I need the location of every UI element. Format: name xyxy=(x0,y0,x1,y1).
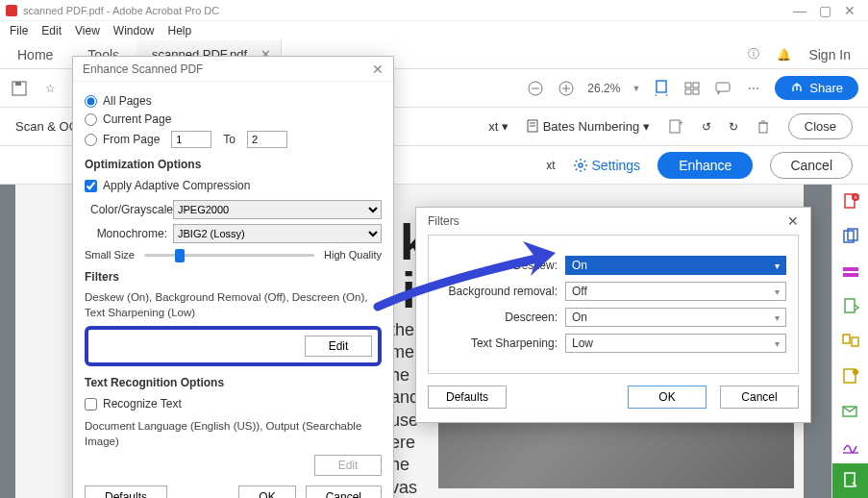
radio-current-page[interactable]: Current Page xyxy=(85,112,382,126)
window-title: scanned PDF.pdf - Adobe Acrobat Pro DC xyxy=(23,5,787,16)
page-display-icon[interactable] xyxy=(682,79,702,98)
svg-rect-12 xyxy=(716,83,730,91)
color-grayscale-select[interactable]: JPEG2000 xyxy=(173,200,382,219)
adaptive-compression-checkbox[interactable]: Apply Adaptive Compression xyxy=(85,179,382,192)
rotate-cw-icon[interactable]: ↻ xyxy=(729,120,738,134)
svg-rect-29 xyxy=(845,299,855,312)
rotate-ccw-icon[interactable]: ↺ xyxy=(702,120,711,134)
trash-icon[interactable] xyxy=(756,119,771,135)
to-page-input[interactable] xyxy=(247,131,287,148)
send-review-icon[interactable] xyxy=(832,393,868,428)
truncated-text-2[interactable]: xt xyxy=(546,159,555,172)
edit-filters-button[interactable]: Edit xyxy=(305,336,372,357)
edit-pdf-icon[interactable] xyxy=(832,254,868,288)
truncated-text-1[interactable]: xt ▾ xyxy=(488,119,508,134)
recognize-text-checkbox[interactable]: Recognize Text xyxy=(85,397,382,411)
filters-summary: Deskew (On), Background Removal (Off), D… xyxy=(85,289,382,320)
enhance-dialog-close-icon[interactable]: ✕ xyxy=(372,62,384,77)
svg-rect-18 xyxy=(759,123,767,133)
menu-edit[interactable]: Edit xyxy=(41,24,62,37)
minimize-button[interactable]: — xyxy=(787,3,812,18)
menu-view[interactable]: View xyxy=(75,24,100,37)
menu-window[interactable]: Window xyxy=(113,24,155,37)
from-page-input[interactable] xyxy=(171,131,211,148)
tab-home[interactable]: Home xyxy=(0,40,70,68)
settings-link[interactable]: Settings xyxy=(573,158,641,173)
enhance-cancel-button[interactable]: Cancel xyxy=(306,486,382,498)
right-tools-sidebar: + xyxy=(831,185,868,498)
svg-rect-28 xyxy=(843,273,858,277)
text-recognition-label: Text Recognition Options xyxy=(85,376,382,389)
edit-textrec-button[interactable]: Edit xyxy=(314,455,382,476)
menubar: File Edit View Window Help xyxy=(0,21,868,40)
dialog-enhance-scanned-pdf: Enhance Scanned PDF ✕ All Pages Current … xyxy=(72,56,394,498)
comment-tool-icon[interactable] xyxy=(832,359,868,393)
star-icon[interactable]: ☆ xyxy=(40,79,60,98)
combine-files-icon[interactable] xyxy=(832,219,868,254)
filters-label: Filters xyxy=(85,270,382,284)
text-sharpening-select[interactable]: Low▾ xyxy=(565,334,786,353)
menu-help[interactable]: Help xyxy=(168,24,192,37)
svg-text:+: + xyxy=(679,118,683,128)
deskew-label: Deskew: xyxy=(440,259,565,272)
descreen-select[interactable]: On▾ xyxy=(565,308,786,327)
dialog-filters: Filters ✕ Deskew: On▾ Background removal… xyxy=(415,207,811,423)
svg-rect-31 xyxy=(852,337,858,346)
zoom-dropdown-icon[interactable]: ▼ xyxy=(632,84,640,93)
menu-file[interactable]: File xyxy=(10,24,28,37)
pdf-icon xyxy=(6,5,17,16)
monochrome-select[interactable]: JBIG2 (Lossy) xyxy=(173,224,382,243)
background-removal-select[interactable]: Off▾ xyxy=(565,282,786,301)
svg-rect-36 xyxy=(845,473,855,486)
share-button[interactable]: Share xyxy=(775,76,858,100)
svg-text:+: + xyxy=(854,194,857,201)
edit-filters-highlight: Edit xyxy=(85,326,382,366)
fit-width-icon[interactable] xyxy=(652,79,671,98)
zoom-in-icon[interactable] xyxy=(557,79,576,98)
svg-rect-8 xyxy=(685,83,691,87)
enhance-ok-button[interactable]: OK xyxy=(238,486,295,498)
quality-slider[interactable] xyxy=(144,254,314,257)
sign-icon[interactable] xyxy=(832,429,868,463)
help-icon[interactable]: ⓘ xyxy=(748,46,759,62)
enhance-defaults-button[interactable]: Defaults xyxy=(85,486,167,498)
filters-cancel-button[interactable]: Cancel xyxy=(720,386,799,409)
close-tool-button[interactable]: Close xyxy=(788,113,853,139)
enhance-button[interactable]: Enhance xyxy=(657,152,753,179)
create-pdf-icon[interactable]: + xyxy=(832,185,868,219)
monochrome-label: Monochrome: xyxy=(90,227,167,240)
comment-icon[interactable] xyxy=(713,79,732,98)
sign-in-link[interactable]: Sign In xyxy=(808,47,851,62)
bell-icon[interactable]: 🔔 xyxy=(777,48,791,62)
more-icon[interactable]: ⋯ xyxy=(744,79,763,98)
export-pdf-icon[interactable] xyxy=(832,289,868,324)
more-tools-icon[interactable] xyxy=(832,463,868,498)
radio-from-page[interactable]: From Page xyxy=(85,133,160,146)
maximize-button[interactable]: ▢ xyxy=(812,3,837,18)
descreen-label: Descreen: xyxy=(440,311,565,324)
svg-point-21 xyxy=(579,163,583,167)
svg-rect-11 xyxy=(693,89,699,94)
bates-numbering-menu[interactable]: Bates Numbering ▾ xyxy=(526,119,650,134)
organize-pages-icon[interactable] xyxy=(832,324,868,359)
background-removal-label: Background removal: xyxy=(440,285,565,298)
radio-all-pages[interactable]: All Pages xyxy=(85,94,382,108)
svg-rect-9 xyxy=(693,83,699,87)
share-label: Share xyxy=(809,81,843,95)
cancel-button[interactable]: Cancel xyxy=(770,152,853,179)
svg-point-33 xyxy=(853,369,858,375)
to-label: To xyxy=(223,133,236,146)
filters-ok-button[interactable]: OK xyxy=(628,386,707,409)
filters-defaults-button[interactable]: Defaults xyxy=(428,386,507,409)
svg-rect-27 xyxy=(843,267,858,271)
close-window-button[interactable]: ✕ xyxy=(837,3,862,18)
save-icon[interactable] xyxy=(10,79,29,98)
zoom-out-icon[interactable] xyxy=(526,79,545,98)
zoom-level[interactable]: 26.2% xyxy=(587,82,620,95)
svg-rect-30 xyxy=(843,335,850,343)
deskew-select[interactable]: On▾ xyxy=(565,256,786,275)
filters-dialog-close-icon[interactable]: ✕ xyxy=(787,213,799,229)
high-quality-label: High Quality xyxy=(324,249,382,261)
add-page-icon[interactable]: + xyxy=(667,118,684,136)
filters-dialog-title: Filters xyxy=(428,214,459,228)
